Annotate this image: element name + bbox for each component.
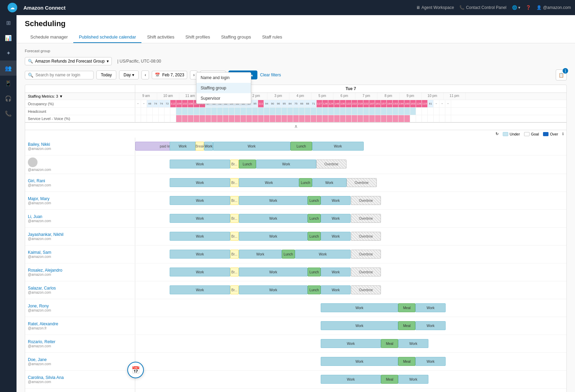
schedule-block-break[interactable]: Br... bbox=[230, 196, 239, 205]
staffing-metrics-header[interactable]: Staffing Metrics: 3 ▼ bbox=[25, 93, 135, 100]
tab-published-schedule[interactable]: Published schedule calendar bbox=[73, 32, 141, 43]
schedule-block-overtime[interactable]: Overtime bbox=[351, 196, 381, 205]
schedule-block-meal[interactable]: Meal bbox=[398, 321, 415, 330]
schedule-block-work[interactable]: Work bbox=[239, 268, 308, 276]
schedule-block-work[interactable]: Work bbox=[170, 160, 230, 168]
filter-option-supervisor[interactable]: Supervisor bbox=[196, 93, 251, 104]
schedule-block-work[interactable]: Work bbox=[321, 303, 398, 312]
schedule-block-break[interactable]: Br... bbox=[230, 178, 239, 187]
refresh-icon[interactable]: ↻ bbox=[496, 132, 499, 136]
schedule-block-work[interactable]: Work bbox=[239, 178, 299, 187]
filter-option-name-login[interactable]: Name and login bbox=[196, 73, 251, 83]
schedule-block-work[interactable]: Work bbox=[321, 232, 351, 241]
floating-calendar-button[interactable]: 📅 bbox=[127, 362, 144, 378]
schedule-block-overtime[interactable]: Overtime bbox=[351, 285, 381, 294]
sidebar-phone-icon[interactable]: 📞 bbox=[0, 106, 17, 121]
schedule-block-lunch[interactable]: Lunch bbox=[308, 268, 321, 276]
schedule-block-break[interactable]: Break bbox=[195, 142, 204, 151]
sidebar-analytics-icon[interactable]: 📊 bbox=[0, 30, 17, 45]
schedule-block-work[interactable]: Work bbox=[170, 232, 230, 241]
schedule-block-break[interactable]: Br... bbox=[230, 285, 239, 294]
schedule-block-work[interactable]: Work bbox=[239, 232, 308, 241]
collapse-button[interactable]: ∧ bbox=[294, 123, 298, 129]
schedule-block-meal[interactable]: Meal bbox=[398, 303, 415, 312]
schedule-block-meal[interactable]: Meal bbox=[381, 339, 398, 348]
schedule-block-work[interactable]: Work bbox=[256, 160, 316, 168]
schedule-block-work[interactable]: Work bbox=[415, 303, 446, 312]
schedule-block-break[interactable]: Br... bbox=[230, 250, 239, 259]
schedule-block-work[interactable]: Work bbox=[312, 142, 364, 151]
schedule-block-work[interactable]: Work bbox=[321, 357, 398, 366]
schedule-block-overtime[interactable]: Overtime bbox=[351, 232, 381, 241]
schedule-block-work[interactable]: Work bbox=[321, 214, 351, 223]
forecast-select[interactable]: 🔍 Amazon Refunds 2nd Forecast Group ▾ bbox=[25, 57, 112, 65]
schedule-block-work[interactable]: Work bbox=[170, 250, 230, 259]
schedule-block-lunch[interactable]: Lunch bbox=[239, 160, 256, 168]
day-dropdown[interactable]: Day ▾ bbox=[119, 70, 139, 79]
info-icon[interactable]: ℹ bbox=[562, 132, 564, 136]
sidebar-home-icon[interactable]: ⊞ bbox=[0, 15, 17, 30]
search-input[interactable] bbox=[35, 73, 90, 77]
schedule-block-work[interactable]: Work bbox=[170, 196, 230, 205]
schedule-block-work[interactable]: Work bbox=[239, 196, 308, 205]
clear-filters-button[interactable]: Clear filters bbox=[260, 73, 281, 77]
schedule-block-break[interactable]: Br... bbox=[230, 232, 239, 241]
schedule-block-work[interactable]: Work bbox=[239, 214, 308, 223]
schedule-block-work[interactable]: Work bbox=[239, 250, 282, 259]
globe-icon[interactable]: 🌐 ▾ bbox=[512, 5, 520, 10]
schedule-block-lunch[interactable]: Lunch bbox=[299, 178, 312, 187]
schedule-block-meal[interactable]: Meal bbox=[398, 357, 415, 366]
schedule-block-break[interactable]: Br... bbox=[230, 268, 239, 276]
search-box[interactable]: 🔍 bbox=[25, 71, 94, 79]
schedule-block-work[interactable]: Work bbox=[170, 285, 230, 294]
schedule-block-break[interactable]: Br... bbox=[230, 160, 239, 168]
schedule-block-overtime[interactable]: Overtime bbox=[351, 268, 381, 276]
sidebar-routing-icon[interactable]: ✦ bbox=[0, 45, 17, 61]
sidebar-channels-icon[interactable]: 📱 bbox=[0, 76, 17, 91]
contact-control-panel-link[interactable]: 📞 Contact Control Panel bbox=[459, 5, 506, 10]
schedule-block-work[interactable]: Work bbox=[170, 178, 230, 187]
schedule-block-work[interactable]: Work bbox=[213, 142, 291, 151]
schedule-block-work[interactable]: Work bbox=[321, 285, 351, 294]
schedule-block-work[interactable]: Work bbox=[321, 339, 381, 348]
today-button[interactable]: Today bbox=[96, 70, 116, 79]
schedule-block-work[interactable]: Work bbox=[204, 142, 213, 151]
schedule-block-break[interactable]: Br... bbox=[230, 214, 239, 223]
schedule-block-work[interactable]: Work bbox=[321, 375, 381, 384]
schedule-block-lunch[interactable]: Lunch bbox=[282, 250, 295, 259]
filter-option-staffing-group[interactable]: Staffing group bbox=[196, 83, 251, 93]
schedule-block-work[interactable]: Work bbox=[295, 250, 351, 259]
user-menu[interactable]: 👤 @amazon.com bbox=[536, 5, 571, 10]
schedule-block-work[interactable]: Work bbox=[398, 339, 428, 348]
schedule-block-work[interactable]: Work bbox=[321, 268, 351, 276]
schedule-block-work[interactable]: Work bbox=[415, 357, 446, 366]
schedule-block-lunch[interactable]: Lunch bbox=[308, 232, 321, 241]
schedule-block-work[interactable]: Work bbox=[321, 321, 398, 330]
schedule-block-work[interactable]: Work bbox=[415, 321, 446, 330]
sidebar-users-icon[interactable]: 👥 bbox=[0, 61, 17, 76]
prev-date-button[interactable]: ‹ bbox=[141, 70, 149, 79]
tab-staff-rules[interactable]: Staff rules bbox=[257, 32, 288, 43]
tab-shift-profiles[interactable]: Shift profiles bbox=[180, 32, 216, 43]
schedule-block-work[interactable]: Work bbox=[312, 178, 347, 187]
schedule-block-overtime[interactable]: Overtime bbox=[351, 214, 381, 223]
agent-workspace-link[interactable]: 🖥 Agent Workspace bbox=[416, 5, 454, 10]
schedule-block-work[interactable]: Work bbox=[170, 142, 195, 151]
schedule-block-lunch[interactable]: Lunch bbox=[308, 196, 321, 205]
schedule-block-work[interactable]: Work bbox=[170, 214, 230, 223]
schedule-block-meal[interactable]: Meal bbox=[381, 375, 398, 384]
tab-shift-activities[interactable]: Shift activities bbox=[141, 32, 180, 43]
help-icon[interactable]: ❓ bbox=[526, 5, 531, 10]
schedule-block-work[interactable]: Work bbox=[239, 285, 308, 294]
schedule-block-overtime[interactable]: Overtime bbox=[351, 250, 381, 259]
schedule-block-work[interactable]: Work bbox=[170, 268, 230, 276]
schedule-block-overtime[interactable]: Overtime bbox=[347, 178, 377, 187]
schedule-block-lunch[interactable]: Lunch bbox=[308, 214, 321, 223]
tab-staffing-groups[interactable]: Staffing groups bbox=[215, 32, 256, 43]
schedule-block-lunch[interactable]: Lunch bbox=[290, 142, 312, 151]
schedule-block-lunch[interactable]: Lunch bbox=[308, 285, 321, 294]
tab-schedule-manager[interactable]: Schedule manager bbox=[25, 32, 73, 43]
schedule-block-work[interactable]: Work bbox=[321, 196, 351, 205]
schedule-block-work[interactable]: Work bbox=[398, 375, 428, 384]
schedule-block-overtime[interactable]: Overtime bbox=[316, 160, 347, 168]
